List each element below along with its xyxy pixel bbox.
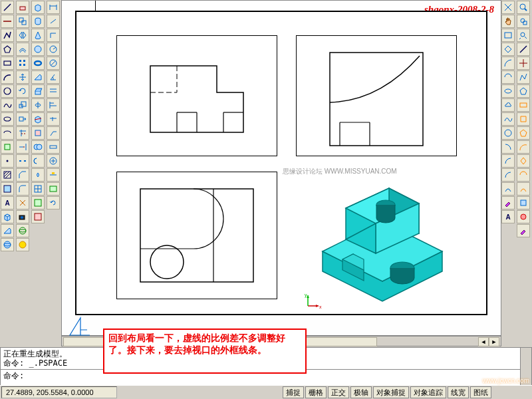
- tool-dimang[interactable]: [47, 70, 60, 84]
- viewport-front[interactable]: [116, 35, 277, 156]
- tool-region[interactable]: [1, 182, 14, 196]
- tool-poly2[interactable]: [501, 43, 515, 56]
- tool-dimupd[interactable]: [47, 196, 60, 209]
- tool-union[interactable]: [31, 140, 45, 154]
- tool-pline[interactable]: [1, 29, 14, 42]
- tool-cloud[interactable]: [501, 98, 515, 112]
- status-polar[interactable]: 极轴: [350, 386, 372, 398]
- tool-polygon[interactable]: [1, 43, 14, 56]
- tool-qdim[interactable]: [47, 84, 60, 98]
- tool-arc2[interactable]: [501, 57, 515, 70]
- tool-extend[interactable]: [16, 140, 29, 154]
- tool-spline[interactable]: [1, 98, 14, 112]
- tool-break[interactable]: [16, 154, 29, 168]
- tool-setup3[interactable]: [31, 210, 45, 223]
- tool-zoomp[interactable]: [517, 29, 530, 42]
- status-snap[interactable]: 捕捉: [283, 386, 304, 398]
- tool-slice[interactable]: [31, 112, 45, 126]
- tool-insert[interactable]: [1, 140, 14, 154]
- tool-arc3[interactable]: [501, 70, 515, 84]
- tool-arc6[interactable]: [501, 168, 515, 182]
- tool-stretch[interactable]: [16, 112, 29, 126]
- tool-render[interactable]: [16, 238, 29, 251]
- tool-poly5[interactable]: [517, 126, 530, 140]
- tool-3dorbit[interactable]: [16, 224, 29, 237]
- tool-dimali[interactable]: [47, 15, 60, 28]
- status-lwt[interactable]: 线宽: [448, 386, 469, 398]
- tool-pline2[interactable]: [517, 70, 530, 84]
- tool-rect2[interactable]: [501, 29, 515, 42]
- tool-subtract[interactable]: [31, 154, 45, 168]
- tool-line[interactable]: [1, 1, 14, 14]
- tool-ellipse[interactable]: [1, 112, 14, 126]
- tool-leader[interactable]: [47, 126, 60, 140]
- tool-extrude[interactable]: [31, 84, 45, 98]
- tool-cline2[interactable]: [517, 57, 530, 70]
- status-paper[interactable]: 图纸: [470, 386, 491, 398]
- tool-zoomw[interactable]: [517, 15, 530, 28]
- tool-poly3[interactable]: [517, 84, 530, 98]
- tool-text-a[interactable]: A: [501, 210, 515, 223]
- tool-s-cone[interactable]: [31, 29, 45, 42]
- tool-arc5[interactable]: [501, 154, 515, 168]
- tool-rotate[interactable]: [16, 84, 29, 98]
- drawing-canvas[interactable]: shaonx-2008-2-8: [61, 0, 501, 336]
- tool-dimdia[interactable]: [47, 57, 60, 70]
- tool-redraw[interactable]: [501, 1, 515, 14]
- status-otrack[interactable]: 对象追踪: [410, 386, 446, 398]
- tool-chamfer[interactable]: [16, 168, 29, 182]
- tool-arc[interactable]: [1, 70, 14, 84]
- tool-center[interactable]: [47, 154, 60, 168]
- tool-line2[interactable]: [517, 43, 530, 56]
- tool-arc8[interactable]: [517, 140, 530, 154]
- tool-copy[interactable]: [16, 15, 29, 28]
- tool-circ2[interactable]: [501, 126, 515, 140]
- tool-dimcon[interactable]: [47, 112, 60, 126]
- tool-m2[interactable]: [517, 210, 530, 223]
- tool-hatch[interactable]: [1, 168, 14, 182]
- tool-sphere3d[interactable]: [1, 238, 14, 251]
- tool-dimsty[interactable]: [47, 182, 60, 196]
- tool-poly4[interactable]: [517, 112, 530, 126]
- tool-circle[interactable]: [1, 84, 14, 98]
- tool-wedge3d[interactable]: [1, 224, 14, 237]
- tool-erase[interactable]: [16, 1, 29, 14]
- tool-dimrad[interactable]: [47, 43, 60, 56]
- status-ortho[interactable]: 正交: [328, 386, 349, 398]
- tool-s-cyl[interactable]: [31, 15, 45, 28]
- tool-dimord[interactable]: [47, 29, 60, 42]
- viewport-top[interactable]: [116, 172, 277, 299]
- tool-dimlin[interactable]: [47, 1, 60, 14]
- tool-spl2[interactable]: [501, 112, 515, 126]
- scroll-left-icon[interactable]: ◄: [478, 337, 489, 346]
- tool-explode[interactable]: [16, 196, 29, 209]
- tool-array[interactable]: [16, 57, 29, 70]
- tool-s-sphere[interactable]: [31, 43, 45, 56]
- tool-fillet[interactable]: [16, 182, 29, 196]
- tool-trim[interactable]: [16, 126, 29, 140]
- tool-ell2[interactable]: [501, 84, 515, 98]
- tool-cline[interactable]: [1, 15, 14, 28]
- tool-pan[interactable]: [501, 15, 515, 28]
- status-grid[interactable]: 栅格: [305, 386, 327, 398]
- tool-mirror[interactable]: [16, 29, 29, 42]
- tool-move[interactable]: [16, 70, 29, 84]
- tool-rect3[interactable]: [517, 98, 530, 112]
- tool-paint[interactable]: [501, 196, 515, 209]
- tool-arc9[interactable]: [517, 168, 530, 182]
- tool-s-torus[interactable]: [31, 57, 45, 70]
- tool-offset[interactable]: [16, 43, 29, 56]
- tool-dimbas[interactable]: [47, 98, 60, 112]
- tool-arc10[interactable]: [517, 182, 530, 196]
- tool-setup1[interactable]: [31, 182, 45, 196]
- tool-box3d[interactable]: [1, 210, 14, 223]
- scroll-right-icon[interactable]: ►: [489, 337, 499, 346]
- tool-rect[interactable]: [1, 57, 14, 70]
- tool-poly6[interactable]: [517, 154, 530, 168]
- status-osnap[interactable]: 对象捕捉: [373, 386, 409, 398]
- tool-camera[interactable]: [16, 210, 29, 223]
- tool-zoom[interactable]: [517, 1, 530, 14]
- tool-tol[interactable]: [47, 140, 60, 154]
- tool-s-box[interactable]: [31, 1, 45, 14]
- tool-m1[interactable]: [517, 196, 530, 209]
